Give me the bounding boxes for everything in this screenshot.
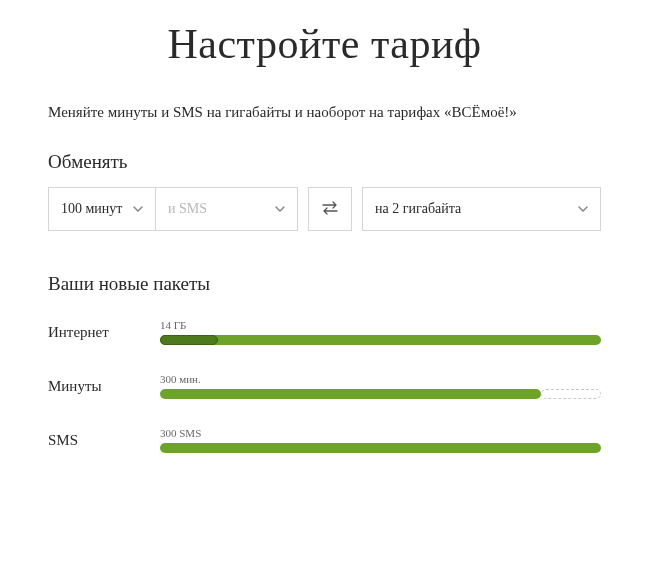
package-value-minutes: 300 мин. xyxy=(160,373,201,385)
package-row-internet: Интернет 14 ГБ xyxy=(48,319,601,345)
package-row-minutes: Минуты 300 мин. xyxy=(48,373,601,399)
progress-cap xyxy=(160,335,218,345)
packages-section-label: Ваши новые пакеты xyxy=(48,273,601,295)
progress-track xyxy=(160,335,601,345)
package-row-sms: SMS 300 SMS xyxy=(48,427,601,453)
select-gigabytes[interactable]: на 2 гигабайта xyxy=(362,187,601,231)
package-value-sms: 300 SMS xyxy=(160,427,201,439)
select-gigabytes-value: на 2 гигабайта xyxy=(375,201,461,217)
exchange-section-label: Обменять xyxy=(48,151,601,173)
page-title: Настройте тариф xyxy=(48,20,601,68)
select-minutes-value: 100 минут xyxy=(61,201,122,217)
package-label-minutes: Минуты xyxy=(48,378,160,395)
progress-empty xyxy=(541,389,601,399)
chevron-down-icon xyxy=(275,204,285,214)
package-label-sms: SMS xyxy=(48,432,160,449)
page-subtitle: Меняйте минуты и SMS на гигабайты и наоб… xyxy=(48,104,601,121)
package-bar-internet: 14 ГБ xyxy=(160,319,601,345)
select-minutes[interactable]: 100 минут xyxy=(48,187,156,231)
progress-track xyxy=(160,389,601,399)
package-label-internet: Интернет xyxy=(48,324,160,341)
package-bar-sms: 300 SMS xyxy=(160,427,601,453)
exchange-row: 100 минут и SMS на 2 гигабайта xyxy=(48,187,601,231)
swap-icon xyxy=(321,201,339,218)
chevron-down-icon xyxy=(578,204,588,214)
swap-button[interactable] xyxy=(308,187,352,231)
select-sms[interactable]: и SMS xyxy=(156,187,298,231)
progress-track xyxy=(160,443,601,453)
select-sms-placeholder: и SMS xyxy=(168,201,207,217)
chevron-down-icon xyxy=(133,204,143,214)
package-value-internet: 14 ГБ xyxy=(160,319,186,331)
progress-fill xyxy=(160,389,541,399)
package-bar-minutes: 300 мин. xyxy=(160,373,601,399)
